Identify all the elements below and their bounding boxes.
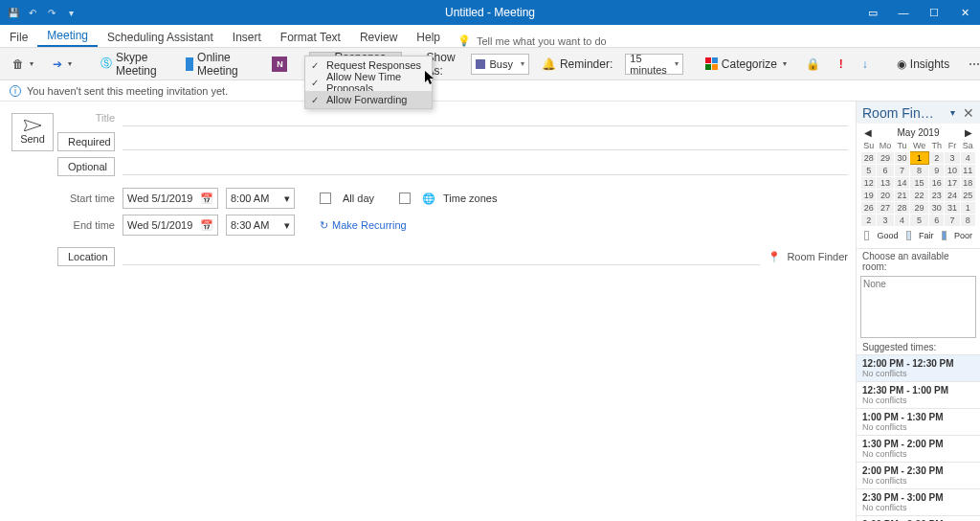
calendar-day[interactable]: 16 <box>928 177 944 190</box>
calendar-day[interactable]: 7 <box>894 165 909 177</box>
calendar-day[interactable]: 7 <box>945 215 960 227</box>
optional-button[interactable]: Optional <box>57 157 115 176</box>
calendar-day[interactable]: 29 <box>910 202 929 215</box>
calendar-day[interactable]: 14 <box>894 177 909 190</box>
reminder-button[interactable]: 🔔 Reminder: <box>535 52 619 77</box>
make-recurring-link[interactable]: ↻Make Recurring <box>320 219 407 232</box>
calendar-day[interactable]: 23 <box>928 190 944 202</box>
suggested-time-item[interactable]: 1:00 PM - 1:30 PMNo conflicts <box>857 408 980 435</box>
ribbon-overflow-button[interactable]: ⋯ <box>962 52 980 77</box>
suggested-time-item[interactable]: 1:30 PM - 2:00 PMNo conflicts <box>857 435 980 462</box>
time-zones-checkbox[interactable] <box>399 193 411 204</box>
send-button[interactable]: Send <box>11 113 54 151</box>
calendar-day[interactable]: 18 <box>960 177 975 190</box>
calendar-day[interactable]: 6 <box>928 215 944 227</box>
calendar-day[interactable]: 3 <box>877 215 895 227</box>
next-month-icon[interactable]: ▶ <box>965 127 972 138</box>
calendar-day[interactable]: 21 <box>894 190 909 202</box>
categorize-button[interactable]: Categorize ▾ <box>699 52 793 77</box>
start-time-picker[interactable]: 8:00 AM▾ <box>226 188 295 209</box>
calendar-day[interactable]: 2 <box>928 152 944 165</box>
calendar-day[interactable]: 13 <box>877 177 895 190</box>
calendar-day[interactable]: 26 <box>861 202 877 215</box>
minimize-button[interactable]: — <box>888 0 919 25</box>
available-rooms-list[interactable]: None <box>860 276 976 338</box>
location-button[interactable]: Location <box>57 247 115 266</box>
skype-meeting-button[interactable]: Ⓢ Skype Meeting <box>94 52 164 77</box>
undo-icon[interactable]: ↶ <box>25 5 40 20</box>
required-button[interactable]: Required <box>57 132 115 151</box>
calendar-day[interactable]: 8 <box>910 165 929 177</box>
calendar-day[interactable]: 17 <box>945 177 960 190</box>
calendar-day[interactable]: 2 <box>861 215 877 227</box>
private-button[interactable]: 🔒 <box>799 52 827 77</box>
title-input[interactable] <box>122 109 848 126</box>
calendar-day[interactable]: 8 <box>960 215 975 227</box>
calendar-day[interactable]: 4 <box>960 152 975 165</box>
room-finder-link[interactable]: 📍 Room Finder <box>768 251 848 263</box>
calendar-day[interactable]: 11 <box>960 165 975 177</box>
high-importance-button[interactable]: ! <box>833 52 850 77</box>
calendar-grid[interactable]: SuMoTuWeThFrSa 2829301234567891011121314… <box>860 140 976 227</box>
calendar-day[interactable]: 12 <box>861 177 877 190</box>
redo-icon[interactable]: ↷ <box>44 5 59 20</box>
delete-button[interactable]: 🗑▾ <box>6 52 40 77</box>
show-as-combo[interactable]: Busy ▾ <box>471 54 528 75</box>
calendar-day[interactable]: 28 <box>861 152 877 165</box>
calendar-day[interactable]: 3 <box>945 152 960 165</box>
calendar-day[interactable]: 6 <box>877 165 895 177</box>
optional-input[interactable] <box>122 158 848 175</box>
qat-down-icon[interactable]: ▾ <box>63 5 78 20</box>
save-icon[interactable]: 💾 <box>6 5 21 20</box>
tab-review[interactable]: Review <box>350 27 407 47</box>
close-button[interactable]: ✕ <box>949 0 980 25</box>
calendar-day[interactable]: 19 <box>861 190 877 202</box>
calendar-day[interactable]: 27 <box>877 202 895 215</box>
suggested-time-item[interactable]: 2:00 PM - 2:30 PMNo conflicts <box>857 462 980 488</box>
required-input[interactable] <box>122 133 848 150</box>
end-time-picker[interactable]: 8:30 AM▾ <box>226 215 295 236</box>
calendar-day[interactable]: 31 <box>945 202 960 215</box>
tab-insert[interactable]: Insert <box>223 27 271 47</box>
calendar-day[interactable]: 24 <box>945 190 960 202</box>
online-meeting-button[interactable]: Online Meeting <box>179 52 251 77</box>
calendar-day[interactable]: 30 <box>928 202 944 215</box>
calendar-day[interactable]: 5 <box>861 165 877 177</box>
calendar-day[interactable]: 1 <box>960 202 975 215</box>
forward-button[interactable]: ➔▾ <box>46 52 78 77</box>
suggested-time-item[interactable]: 3:00 PM - 3:30 PMNo conflicts <box>857 515 980 521</box>
end-date-picker[interactable]: Wed 5/1/2019📅 <box>122 215 218 236</box>
calendar-day[interactable]: 25 <box>960 190 975 202</box>
ribbon-display-icon[interactable]: ▭ <box>858 0 888 25</box>
prev-month-icon[interactable]: ◀ <box>864 127 872 138</box>
calendar-day[interactable]: 4 <box>894 215 909 227</box>
calendar-day[interactable]: 20 <box>877 190 895 202</box>
insights-button[interactable]: ◉ Insights <box>890 52 956 77</box>
all-day-checkbox[interactable] <box>320 193 331 204</box>
tab-file[interactable]: File <box>0 27 37 47</box>
pane-menu-icon[interactable]: ▾ <box>950 107 955 118</box>
start-date-picker[interactable]: Wed 5/1/2019📅 <box>122 188 218 209</box>
location-input[interactable] <box>122 248 760 265</box>
tab-meeting[interactable]: Meeting <box>37 25 98 47</box>
calendar-day[interactable]: 9 <box>928 165 944 177</box>
tab-help[interactable]: Help <box>407 27 450 47</box>
suggested-time-item[interactable]: 12:30 PM - 1:00 PMNo conflicts <box>857 381 980 408</box>
reminder-combo[interactable]: 15 minutes ▾ <box>625 54 683 75</box>
low-importance-button[interactable]: ↓ <box>856 52 875 77</box>
calendar-day[interactable]: 15 <box>910 177 929 190</box>
calendar-day[interactable]: 30 <box>894 152 909 165</box>
maximize-button[interactable]: ☐ <box>919 0 949 25</box>
calendar-day[interactable]: 28 <box>894 202 909 215</box>
tell-me-search[interactable]: 💡 Tell me what you want to do <box>457 34 607 47</box>
calendar-day[interactable]: 5 <box>910 215 929 227</box>
calendar-day[interactable]: 10 <box>945 165 960 177</box>
suggested-time-item[interactable]: 12:00 PM - 12:30 PMNo conflicts <box>857 354 980 381</box>
calendar-day[interactable]: 1 <box>910 152 929 165</box>
pane-close-icon[interactable]: ✕ <box>963 105 974 121</box>
menu-item-allow-new-time-proposals[interactable]: ✓Allow New Time Proposals <box>305 74 432 91</box>
tab-scheduling-assistant[interactable]: Scheduling Assistant <box>98 27 223 47</box>
menu-item-allow-forwarding[interactable]: ✓Allow Forwarding <box>305 91 432 108</box>
calendar-day[interactable]: 22 <box>910 190 929 202</box>
tab-format-text[interactable]: Format Text <box>271 27 350 47</box>
